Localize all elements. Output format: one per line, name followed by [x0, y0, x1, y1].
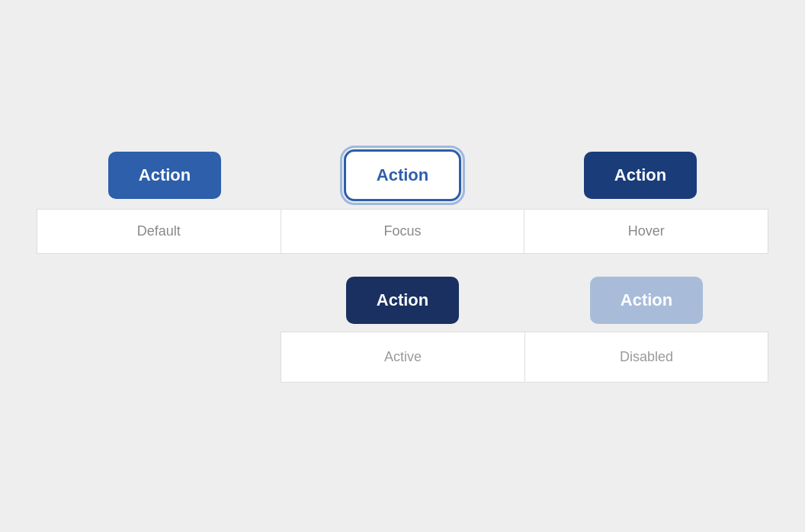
active-button[interactable]: Action: [346, 277, 459, 324]
spacer-label: [37, 332, 281, 383]
disabled-button: Action: [590, 277, 703, 324]
focus-button-cell: Action: [284, 149, 521, 201]
bottom-label-row: Active Disabled: [37, 332, 768, 383]
default-button-cell: Action: [46, 149, 284, 201]
bottom-button-row: Action Action: [37, 277, 768, 324]
default-button[interactable]: Action: [108, 152, 221, 199]
focus-label: Focus: [281, 209, 524, 254]
active-button-cell: Action: [281, 277, 524, 324]
default-label: Default: [37, 209, 281, 254]
disabled-button-cell: Action: [524, 277, 768, 324]
hover-button-cell: Action: [521, 149, 759, 201]
main-container: Action Action Action Default Focus Hover…: [0, 0, 805, 532]
hover-label: Hover: [524, 209, 768, 254]
active-label: Active: [281, 332, 524, 383]
spacer-col-1: [37, 277, 281, 324]
focus-button[interactable]: Action: [344, 149, 461, 201]
top-label-row: Default Focus Hover: [37, 209, 768, 254]
disabled-label: Disabled: [524, 332, 768, 383]
hover-button[interactable]: Action: [584, 152, 697, 199]
top-button-row: Action Action Action: [0, 149, 805, 201]
